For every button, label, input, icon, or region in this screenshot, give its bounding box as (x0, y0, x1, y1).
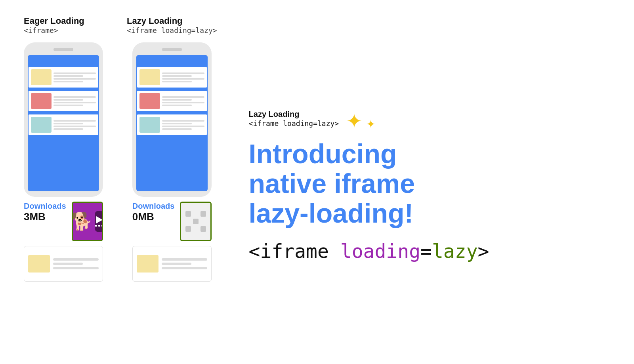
lazy-subtitle: <iframe loading=lazy> (127, 26, 217, 34)
card-line (53, 258, 99, 261)
intro-title: Introducing native iframe lazy-loading! (249, 139, 610, 228)
eager-downloads: Downloads 3MB (24, 202, 66, 223)
lazy-subtitle-right: <iframe loading=lazy> (249, 119, 339, 128)
line (53, 72, 96, 74)
lazy-page-section-3 (137, 114, 207, 135)
card-lines (53, 258, 99, 269)
video-icon (95, 211, 103, 232)
right-section: Lazy Loading <iframe loading=lazy> ✦ ✦ I… (249, 16, 610, 348)
lazy-header: Lazy Loading <iframe loading=lazy> (127, 16, 217, 34)
line (162, 102, 204, 103)
lazy-title: Lazy Loading (127, 16, 217, 26)
line (53, 128, 83, 130)
line (53, 105, 83, 106)
card-line (162, 258, 207, 261)
lazy-content-lines-3 (162, 117, 204, 133)
eager-downloads-label: Downloads (24, 202, 66, 211)
line (53, 102, 96, 103)
card-line (53, 267, 99, 269)
lazy-card-lines (162, 258, 207, 269)
sparkles: ✦ ✦ (346, 110, 375, 133)
card-line (162, 267, 207, 269)
line (53, 81, 83, 82)
content-lines-1 (53, 69, 96, 85)
image-yellow (31, 69, 52, 85)
line (53, 78, 96, 80)
eager-screen (28, 55, 99, 191)
line (162, 120, 204, 122)
card-line (53, 263, 83, 265)
code-close-bracket: > (478, 240, 489, 262)
line (162, 78, 204, 80)
lazy-screen (136, 55, 208, 191)
lazy-loading-label: Lazy Loading <iframe loading=lazy> (249, 110, 339, 128)
line (53, 96, 96, 98)
eager-iframe-preview: 🐕 (72, 202, 103, 241)
lazy-phone (132, 42, 212, 197)
lazy-content-lines-2 (162, 93, 204, 109)
page-section-1 (29, 67, 98, 88)
lazy-column: Lazy Loading <iframe loading=lazy> (127, 16, 217, 348)
lazy-downloads-size: 0MB (132, 211, 175, 223)
eager-phone (24, 42, 103, 197)
line (162, 126, 204, 127)
phone-notch (53, 48, 73, 51)
line (162, 72, 204, 74)
code-iframe-part: <iframe (249, 240, 340, 262)
lazy-card-image (137, 255, 158, 273)
image-red (31, 93, 52, 109)
intro-line2: native iframe (249, 169, 610, 198)
divider (29, 89, 98, 90)
content-lines-3 (53, 117, 96, 133)
card-line (162, 263, 191, 265)
divider (29, 112, 98, 113)
lazy-page-section-1 (137, 67, 207, 88)
line (162, 123, 192, 124)
loading-spinner-icon (185, 211, 206, 232)
line (162, 75, 192, 77)
line (53, 75, 83, 77)
lazy-bottom: Downloads 0MB (132, 202, 212, 241)
eager-column: Eager Loading <iframe> (24, 16, 103, 348)
code-loading-attr: loading (340, 240, 420, 262)
phone-top-bar-lazy (136, 55, 208, 66)
line (53, 123, 83, 124)
code-lazy-value: lazy (432, 240, 478, 262)
eager-bottom-card (24, 246, 103, 282)
play-button-icon (96, 216, 103, 223)
dog-icon: 🐕 (72, 211, 93, 232)
lazy-divider (137, 89, 207, 90)
page-section-3 (29, 114, 98, 135)
eager-bottom: Downloads 3MB 🐕 (24, 202, 103, 241)
line (53, 120, 96, 122)
content-lines-2 (53, 93, 96, 109)
line (162, 128, 192, 130)
eager-title: Eager Loading (24, 16, 84, 26)
intro-line1: Introducing (249, 139, 610, 169)
eager-downloads-size: 3MB (24, 211, 66, 223)
line (53, 126, 96, 127)
eager-subtitle: <iframe> (24, 26, 84, 34)
intro-line3: lazy-loading! (249, 198, 610, 228)
lazy-iframe-preview (180, 202, 211, 241)
phone-notch-lazy (162, 48, 182, 51)
line (162, 99, 192, 101)
line (162, 105, 192, 106)
eager-header: Eager Loading <iframe> (24, 16, 84, 34)
video-dots (95, 225, 103, 227)
image-teal (31, 117, 52, 133)
lazy-image-teal (139, 117, 160, 133)
phone-top-bar (28, 55, 99, 66)
lazy-image-yellow (139, 69, 160, 85)
line (53, 99, 83, 101)
lazy-downloads: Downloads 0MB (132, 202, 175, 223)
lazy-divider-2 (137, 112, 207, 113)
lazy-bottom-card (132, 246, 212, 282)
code-label: <iframe loading=lazy> (249, 240, 610, 262)
page-section-2 (29, 91, 98, 111)
lazy-title-right: Lazy Loading (249, 110, 300, 118)
lazy-page-section-2 (137, 91, 207, 111)
code-equals: = (420, 240, 432, 262)
line (162, 96, 204, 98)
lazy-downloads-label: Downloads (132, 202, 175, 211)
